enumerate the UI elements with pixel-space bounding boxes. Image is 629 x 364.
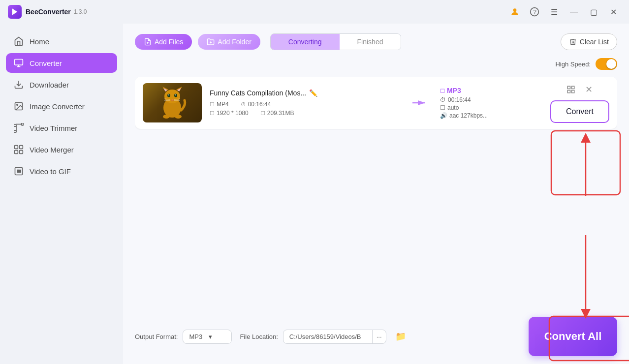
- svg-rect-16: [20, 146, 23, 149]
- sidebar-item-image-converter[interactable]: Image Converter: [6, 96, 117, 116]
- output-quality-icon: ☐: [440, 104, 445, 111]
- output-clock-icon: ⏱: [440, 96, 446, 103]
- sidebar-item-video-merger[interactable]: Video Merger: [6, 140, 117, 159]
- output-format-field: Output Format: MP3 ▾: [135, 330, 232, 344]
- sidebar: Home Converter Downloader Image Converte…: [0, 24, 123, 364]
- top-bar: Add Files Add Folder Converting Finished…: [135, 33, 617, 50]
- sidebar-item-converter-label: Converter: [30, 59, 62, 67]
- source-size: ☐ 209.31MB: [260, 110, 294, 117]
- file-source-meta: ☐ MP4 ⏱ 00:16:44: [210, 101, 401, 108]
- convert-all-button[interactable]: Convert All: [529, 317, 617, 356]
- app-name: BeeConverter: [26, 8, 71, 16]
- svg-point-32: [168, 94, 169, 95]
- file-thumbnail: [143, 83, 202, 122]
- svg-rect-17: [15, 151, 18, 154]
- output-quality-row: ☐ auto: [440, 104, 538, 111]
- help-icon[interactable]: ?: [527, 4, 542, 20]
- file-name: Funny Cats Compilation (Mos... ✏️: [210, 89, 401, 97]
- source-format: ☐ MP4: [210, 101, 229, 108]
- sidebar-item-image-converter-label: Image Converter: [30, 102, 85, 111]
- resolution-icon: ☐: [210, 110, 215, 117]
- source-resolution: ☐ 1920 * 1080: [210, 110, 249, 117]
- svg-rect-43: [567, 86, 570, 89]
- file-source-meta-2: ☐ 1920 * 1080 ☐ 209.31MB: [210, 110, 401, 117]
- add-files-button[interactable]: Add Files: [135, 34, 192, 50]
- speed-row: High Speed:: [135, 58, 617, 70]
- edit-name-icon[interactable]: ✏️: [309, 89, 317, 97]
- svg-rect-45: [567, 91, 570, 93]
- svg-point-39: [163, 115, 170, 119]
- tab-converting[interactable]: Converting: [271, 34, 340, 50]
- svg-point-12: [14, 124, 16, 127]
- file-location-label: File Location:: [240, 333, 278, 340]
- file-item: Funny Cats Compilation (Mos... ✏️ ☐ MP4 …: [135, 77, 617, 129]
- minimize-icon[interactable]: —: [566, 4, 582, 20]
- tab-finished[interactable]: Finished: [340, 34, 401, 50]
- sidebar-item-video-to-gif-label: Video to GIF: [30, 167, 71, 176]
- conversion-arrow: [409, 98, 432, 108]
- sidebar-item-video-trimmer-label: Video Trimmer: [30, 124, 77, 132]
- title-bar: BeeConverter 1.3.0 ? ☰ — ▢ ✕: [0, 0, 629, 24]
- format-icon: ☐: [210, 101, 215, 108]
- file-location-text: C:/Users/86159/Videos/B: [283, 330, 372, 343]
- sidebar-item-video-trimmer[interactable]: Video Trimmer: [6, 118, 117, 138]
- maximize-icon[interactable]: ▢: [586, 4, 601, 20]
- sidebar-item-converter[interactable]: Converter: [6, 53, 117, 73]
- main-layout: Home Converter Downloader Image Converte…: [0, 24, 629, 364]
- sidebar-item-video-merger-label: Video Merger: [30, 146, 74, 154]
- convert-btn-top-icons: ✕: [564, 83, 596, 96]
- file-location-field: File Location: C:/Users/86159/Videos/B ·…: [240, 330, 406, 344]
- file-output-info: ☐ MP3 ⏱ 00:16:44 ☐ auto 🔊: [440, 87, 538, 119]
- add-files-label: Add Files: [155, 38, 183, 46]
- content-area: Add Files Add Folder Converting Finished…: [123, 24, 629, 364]
- svg-rect-18: [20, 151, 23, 154]
- add-folder-label: Add Folder: [218, 38, 251, 46]
- file-location-input: C:/Users/86159/Videos/B ···: [283, 330, 386, 344]
- settings-icon[interactable]: [564, 83, 578, 96]
- sidebar-item-video-to-gif[interactable]: Video to GIF: [6, 161, 117, 181]
- output-meta: ⏱ 00:16:44 ☐ auto 🔊 aac 127kbps...: [440, 96, 538, 119]
- source-duration: ⏱ 00:16:44: [241, 101, 271, 108]
- convert-btn-area: ✕ Convert: [550, 83, 609, 123]
- sidebar-item-home[interactable]: Home: [6, 31, 117, 51]
- format-select[interactable]: MP3 ▾: [183, 330, 232, 344]
- svg-point-1: [513, 8, 517, 12]
- output-format: ☐ MP3: [440, 87, 538, 94]
- browse-folder-icon[interactable]: 📁: [395, 331, 406, 342]
- output-format-label: Output Format:: [135, 333, 178, 340]
- high-speed-label: High Speed:: [555, 61, 591, 68]
- profile-icon[interactable]: [507, 4, 523, 20]
- convert-single-button[interactable]: Convert: [550, 100, 609, 123]
- sidebar-item-downloader[interactable]: Downloader: [6, 75, 117, 94]
- output-speaker-icon: 🔊: [440, 112, 447, 119]
- tab-group: Converting Finished: [270, 33, 402, 50]
- file-size-icon: ☐: [260, 110, 265, 117]
- file-location-dots[interactable]: ···: [372, 330, 386, 343]
- svg-marker-0: [12, 8, 18, 15]
- add-folder-button[interactable]: Add Folder: [198, 34, 260, 50]
- sidebar-item-home-label: Home: [30, 37, 49, 46]
- clear-list-button[interactable]: Clear List: [561, 33, 617, 50]
- sidebar-item-downloader-label: Downloader: [30, 81, 69, 89]
- close-icon[interactable]: ✕: [605, 4, 621, 20]
- file-list: Funny Cats Compilation (Mos... ✏️ ☐ MP4 …: [135, 77, 617, 311]
- app-logo: [8, 5, 22, 19]
- high-speed-toggle[interactable]: [596, 58, 617, 70]
- svg-point-33: [175, 94, 176, 95]
- output-duration-row: ⏱ 00:16:44: [440, 96, 538, 103]
- svg-rect-15: [15, 146, 18, 149]
- delete-icon[interactable]: ✕: [582, 83, 596, 96]
- svg-point-13: [14, 130, 16, 133]
- bottom-bar: Output Format: MP3 ▾ File Location: C:/U…: [135, 311, 617, 356]
- window-controls: ? ☰ — ▢ ✕: [507, 4, 621, 20]
- svg-text:?: ?: [534, 8, 537, 15]
- menu-icon[interactable]: ☰: [546, 4, 562, 20]
- clear-list-label: Clear List: [580, 38, 609, 46]
- clock-icon: ⏱: [241, 101, 246, 107]
- svg-rect-44: [572, 86, 574, 89]
- app-version: 1.3.0: [74, 8, 87, 15]
- svg-point-9: [17, 104, 18, 106]
- toggle-knob: [606, 59, 616, 69]
- svg-rect-46: [572, 91, 574, 93]
- svg-point-40: [175, 115, 182, 119]
